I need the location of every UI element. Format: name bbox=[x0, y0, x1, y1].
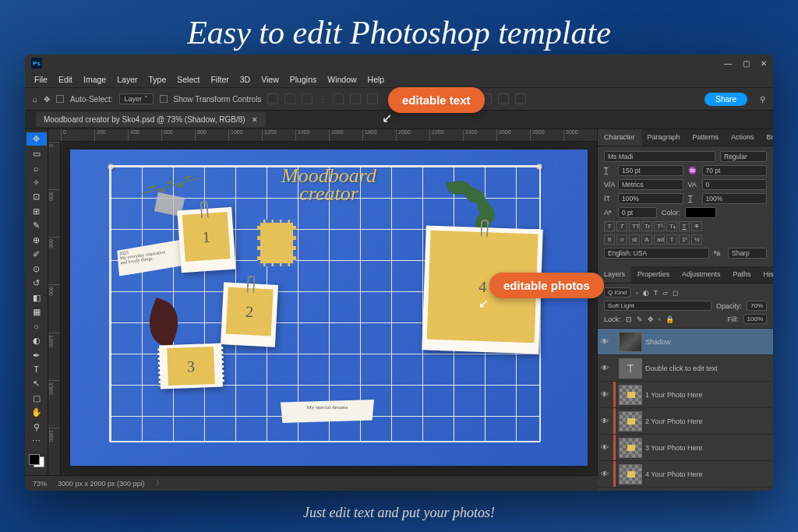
heal-tool[interactable]: ⊕ bbox=[26, 233, 47, 246]
menu-select[interactable]: Select bbox=[177, 75, 200, 84]
layer-row[interactable]: 👁TDouble click to edit text bbox=[598, 355, 773, 382]
tab-history[interactable]: History bbox=[757, 266, 773, 283]
baseline-field[interactable]: 0 pt bbox=[618, 207, 657, 218]
menu-plugins[interactable]: Plugins bbox=[290, 75, 316, 84]
antialias-dropdown[interactable]: Sharp bbox=[728, 248, 767, 259]
type-tool[interactable]: T bbox=[26, 363, 47, 376]
search-icon[interactable]: ⚲ bbox=[760, 95, 765, 104]
layer-row[interactable]: 👁▸📁Text Effect bbox=[598, 488, 773, 491]
zoom-tool[interactable]: ⚲ bbox=[26, 421, 47, 434]
visibility-icon[interactable]: 👁 bbox=[599, 470, 610, 478]
align-icon[interactable] bbox=[267, 93, 278, 104]
tab-properties[interactable]: Properties bbox=[631, 266, 676, 283]
layer-row[interactable]: 👁4 Your Photo Here bbox=[598, 461, 773, 488]
tracking-field[interactable]: 0 bbox=[702, 179, 768, 190]
visibility-icon[interactable]: 👁 bbox=[599, 390, 610, 399]
menu-help[interactable]: Help bbox=[368, 75, 385, 84]
menu-image[interactable]: Image bbox=[83, 75, 106, 84]
dodge-tool[interactable]: ◐ bbox=[26, 334, 47, 347]
shape-tool[interactable]: ▢ bbox=[26, 392, 47, 405]
visibility-icon[interactable]: 👁 bbox=[599, 443, 610, 452]
filter-icon[interactable]: ◐ bbox=[643, 289, 649, 297]
canvas[interactable]: Moodboard creator 2023 My everyday inspi… bbox=[70, 150, 588, 466]
gradient-tool[interactable]: ▦ bbox=[26, 305, 47, 319]
lock-icon[interactable]: ⊡ bbox=[626, 315, 632, 323]
tab-paths[interactable]: Paths bbox=[727, 266, 757, 283]
blend-mode-dropdown[interactable]: Soft Light bbox=[604, 301, 711, 311]
font-size-field[interactable]: 150 pt bbox=[618, 165, 683, 176]
align-icon[interactable] bbox=[302, 93, 312, 104]
filter-icon[interactable]: ▱ bbox=[662, 289, 668, 297]
fill-field[interactable]: 100% bbox=[743, 314, 767, 324]
font-family-dropdown[interactable]: Ms Madi bbox=[604, 151, 715, 162]
blur-tool[interactable]: ○ bbox=[26, 319, 47, 333]
align-icon[interactable] bbox=[284, 93, 295, 104]
lock-icon[interactable]: 🔒 bbox=[666, 315, 674, 323]
menu-type[interactable]: Type bbox=[148, 75, 166, 84]
menu-window[interactable]: Window bbox=[327, 75, 356, 84]
brush-tool[interactable]: ✐ bbox=[26, 248, 47, 261]
filter-icon[interactable]: T bbox=[654, 289, 659, 297]
zoom-level[interactable]: 73% bbox=[33, 480, 47, 488]
auto-select-dropdown[interactable]: Layer ˅ bbox=[119, 93, 154, 104]
layer-row[interactable]: 👁1 Your Photo Here bbox=[598, 382, 773, 408]
3d-icon[interactable] bbox=[515, 93, 526, 104]
language-dropdown[interactable]: English: USA bbox=[604, 248, 709, 259]
marquee-tool[interactable]: ▭ bbox=[26, 146, 47, 160]
layer-row[interactable]: 👁2 Your Photo Here bbox=[598, 408, 773, 435]
move-tool[interactable]: ✥ bbox=[26, 132, 47, 146]
edit-toolbar[interactable]: ⋯ bbox=[26, 435, 47, 448]
hand-tool[interactable]: ✋ bbox=[26, 406, 47, 419]
stamp-tool[interactable]: ⊙ bbox=[26, 262, 47, 275]
color-swatches[interactable] bbox=[29, 454, 44, 467]
distribute-icon[interactable] bbox=[367, 93, 378, 104]
eyedropper-tool[interactable]: ✎ bbox=[26, 219, 47, 232]
close-button[interactable]: ✕ bbox=[761, 59, 767, 68]
lock-icon[interactable]: ▫ bbox=[659, 315, 661, 323]
pen-tool[interactable]: ✒ bbox=[26, 348, 47, 361]
filter-icon[interactable]: ◻ bbox=[673, 289, 678, 297]
lock-icon[interactable]: ✎ bbox=[637, 315, 643, 323]
transform-checkbox[interactable] bbox=[160, 95, 168, 103]
filter-icon[interactable]: ▫ bbox=[635, 289, 637, 297]
auto-select-checkbox[interactable] bbox=[56, 95, 64, 103]
doc-info[interactable]: 3000 px x 2000 px (300 ppi) bbox=[58, 480, 145, 488]
layer-row[interactable]: 👁Shadow bbox=[598, 329, 773, 355]
share-button[interactable]: Share bbox=[704, 93, 747, 106]
tab-document[interactable]: Moodboard creator by Sko4.psd @ 73% (Sha… bbox=[36, 112, 266, 127]
move-tool-icon[interactable]: ✥ bbox=[44, 95, 50, 104]
menu-3d[interactable]: 3D bbox=[240, 75, 250, 84]
eraser-tool[interactable]: ◧ bbox=[26, 291, 47, 304]
filter-kind-dropdown[interactable]: Q Kind bbox=[604, 287, 630, 298]
wand-tool[interactable]: ✧ bbox=[26, 175, 47, 188]
menu-filter[interactable]: Filter bbox=[210, 75, 228, 84]
menu-view[interactable]: View bbox=[261, 75, 279, 84]
close-icon[interactable]: ✕ bbox=[252, 116, 258, 124]
hscale-field[interactable]: 100% bbox=[702, 193, 768, 204]
menu-edit[interactable]: Edit bbox=[58, 75, 72, 84]
frame-tool[interactable]: ⊞ bbox=[26, 204, 47, 217]
menu-file[interactable]: File bbox=[34, 75, 48, 84]
lock-icon[interactable]: ✥ bbox=[648, 315, 654, 323]
menu-layer[interactable]: Layer bbox=[117, 75, 137, 84]
distribute-icon[interactable] bbox=[350, 93, 361, 104]
color-swatch[interactable] bbox=[685, 207, 716, 218]
layer-row[interactable]: 👁3 Your Photo Here bbox=[598, 435, 773, 461]
font-style-dropdown[interactable]: Regular bbox=[720, 151, 767, 162]
home-icon[interactable]: ⌂ bbox=[33, 95, 37, 104]
tab-patterns[interactable]: Patterns bbox=[687, 129, 726, 146]
vscale-field[interactable]: 100% bbox=[618, 193, 683, 204]
crop-tool[interactable]: ⊡ bbox=[26, 190, 47, 203]
3d-icon[interactable] bbox=[498, 93, 509, 104]
distribute-icon[interactable] bbox=[333, 93, 344, 104]
tab-character[interactable]: Character bbox=[598, 129, 641, 146]
tab-adjustments[interactable]: Adjustments bbox=[676, 266, 727, 283]
tab-brushes[interactable]: Brushes bbox=[761, 129, 773, 146]
path-tool[interactable]: ↖ bbox=[26, 377, 47, 390]
kerning-field[interactable]: Metrics bbox=[618, 179, 683, 190]
maximize-button[interactable]: ▢ bbox=[743, 59, 750, 68]
visibility-icon[interactable]: 👁 bbox=[599, 337, 610, 346]
tab-paragraph[interactable]: Paragraph bbox=[641, 129, 687, 146]
lasso-tool[interactable]: ⌕ bbox=[26, 161, 47, 174]
visibility-icon[interactable]: 👁 bbox=[599, 417, 610, 425]
